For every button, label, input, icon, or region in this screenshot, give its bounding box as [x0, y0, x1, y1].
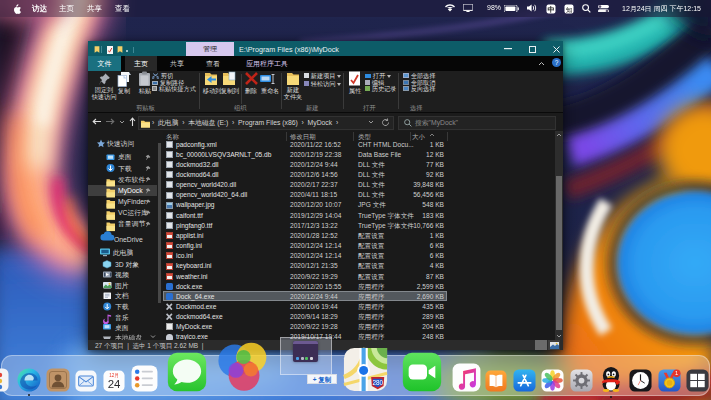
svg-text:文档: 文档 — [115, 292, 129, 300]
svg-text:3D 对象: 3D 对象 — [115, 261, 139, 268]
svg-text:下载: 下载 — [118, 165, 132, 172]
svg-text:知: 知 — [566, 5, 573, 13]
svg-text:下载: 下载 — [115, 303, 129, 310]
svg-text:音乐: 音乐 — [115, 314, 129, 322]
svg-text:视频: 视频 — [115, 271, 130, 279]
svg-text:此电脑: 此电脑 — [112, 248, 134, 257]
svg-text:1: 1 — [675, 370, 678, 376]
svg-text:MyDock: MyDock — [118, 187, 143, 195]
svg-text:桌面: 桌面 — [118, 153, 132, 161]
svg-text:桌面: 桌面 — [115, 324, 129, 332]
svg-text:24: 24 — [108, 378, 121, 390]
svg-text:音量调节: 音量调节 — [118, 220, 145, 228]
svg-text:VC运行库: VC运行库 — [118, 209, 148, 217]
svg-text:快速访问: 快速访问 — [106, 140, 134, 148]
svg-text:280: 280 — [372, 379, 383, 386]
svg-text:OneDrive: OneDrive — [114, 236, 143, 243]
svg-text:图片: 图片 — [115, 282, 129, 290]
svg-text:发布软件: 发布软件 — [118, 176, 145, 183]
svg-text:中: 中 — [548, 4, 555, 12]
svg-text:MyFinder: MyFinder — [118, 198, 147, 206]
